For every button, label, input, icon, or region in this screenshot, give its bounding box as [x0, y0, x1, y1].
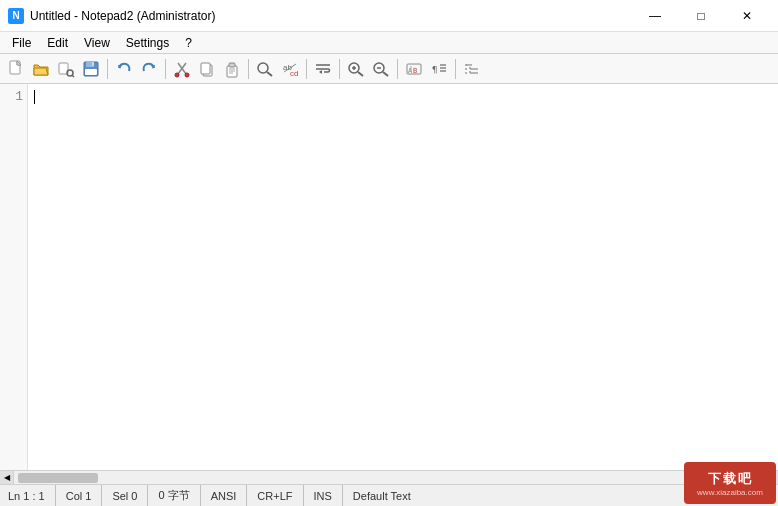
copy-icon	[198, 60, 216, 78]
svg-text:cd: cd	[290, 69, 298, 78]
encoding-button[interactable]: A B	[402, 57, 426, 81]
menu-settings[interactable]: Settings	[118, 34, 177, 52]
zoomout-button[interactable]	[369, 57, 393, 81]
separator-4	[306, 59, 307, 79]
svg-line-35	[383, 72, 388, 76]
line-number-1: 1	[6, 88, 23, 106]
horizontal-scrollbar[interactable]: ◀ ▶	[0, 470, 778, 484]
new-button[interactable]	[4, 57, 28, 81]
svg-point-14	[185, 73, 189, 77]
scrollbar-thumb[interactable]	[18, 473, 98, 483]
svg-rect-18	[229, 63, 235, 67]
save-icon	[82, 60, 100, 78]
maximize-button[interactable]: □	[678, 0, 724, 32]
svg-line-4	[72, 75, 74, 77]
status-ins: INS	[304, 485, 343, 506]
status-encoding: ANSI	[201, 485, 248, 506]
cut-icon	[173, 60, 191, 78]
watermark: 下载吧 www.xiazaiba.com	[684, 462, 776, 504]
separator-2	[165, 59, 166, 79]
paste-button[interactable]	[220, 57, 244, 81]
copy-button[interactable]	[195, 57, 219, 81]
editor-area[interactable]	[28, 84, 778, 470]
title-bar-controls: — □ ✕	[632, 0, 770, 32]
scrollbar-left-arrow[interactable]: ◀	[0, 471, 14, 485]
zoomout-icon	[372, 60, 390, 78]
svg-rect-16	[201, 63, 210, 74]
editor-container: 1	[0, 84, 778, 470]
title-text: Untitled - Notepad2 (Administrator)	[30, 9, 215, 23]
status-bytes: 0 字节	[148, 485, 200, 506]
menu-edit[interactable]: Edit	[39, 34, 76, 52]
zoomin-icon	[347, 60, 365, 78]
separator-7	[455, 59, 456, 79]
new-icon	[7, 60, 25, 78]
indent-button[interactable]	[460, 57, 484, 81]
menu-bar: File Edit View Settings ?	[0, 32, 778, 54]
svg-marker-29	[319, 70, 322, 74]
wordwrap-icon	[314, 60, 332, 78]
title-bar: N Untitled - Notepad2 (Administrator) — …	[0, 0, 778, 32]
encoding-icon: A B	[405, 60, 423, 78]
find-button[interactable]	[253, 57, 277, 81]
status-scheme: Default Text	[343, 485, 421, 506]
redo-icon	[140, 60, 158, 78]
undo-button[interactable]	[112, 57, 136, 81]
separator-6	[397, 59, 398, 79]
zoomin-button[interactable]	[344, 57, 368, 81]
separator-1	[107, 59, 108, 79]
status-sel: Sel 0	[102, 485, 148, 506]
replace-button[interactable]: ab cd	[278, 57, 302, 81]
menu-file[interactable]: File	[4, 34, 39, 52]
scrollbar-track[interactable]	[14, 471, 764, 485]
status-col: Col 1	[56, 485, 103, 506]
eol-icon: ¶	[430, 60, 448, 78]
open-icon	[32, 60, 50, 78]
replace-icon: ab cd	[281, 60, 299, 78]
line-numbers: 1	[0, 84, 28, 470]
open-button[interactable]	[29, 57, 53, 81]
paste-icon	[223, 60, 241, 78]
save-button[interactable]	[79, 57, 103, 81]
redo-button[interactable]	[137, 57, 161, 81]
svg-rect-7	[92, 62, 94, 66]
menu-help[interactable]: ?	[177, 34, 200, 52]
svg-text:B: B	[413, 67, 417, 75]
svg-rect-8	[85, 69, 97, 75]
minimize-button[interactable]: —	[632, 0, 678, 32]
findfile-icon	[57, 60, 75, 78]
svg-line-31	[358, 72, 363, 76]
watermark-text-top: 下载吧	[708, 470, 753, 488]
app-icon: N	[8, 8, 24, 24]
wordwrap-button[interactable]	[311, 57, 335, 81]
eol-button[interactable]: ¶	[427, 57, 451, 81]
svg-point-22	[258, 63, 268, 73]
svg-text:¶: ¶	[432, 65, 437, 75]
text-cursor	[34, 90, 35, 104]
separator-5	[339, 59, 340, 79]
indent-icon	[463, 60, 481, 78]
undo-icon	[115, 60, 133, 78]
status-bar: Ln 1 : 1 Col 1 Sel 0 0 字节 ANSI CR+LF INS…	[0, 484, 778, 506]
status-eol: CR+LF	[247, 485, 303, 506]
menu-view[interactable]: View	[76, 34, 118, 52]
status-line: Ln 1 : 1	[8, 485, 56, 506]
find-icon	[256, 60, 274, 78]
svg-point-13	[175, 73, 179, 77]
svg-line-23	[267, 72, 272, 76]
toolbar: ab cd	[0, 54, 778, 84]
separator-3	[248, 59, 249, 79]
close-button[interactable]: ✕	[724, 0, 770, 32]
cut-button[interactable]	[170, 57, 194, 81]
watermark-text-bottom: www.xiazaiba.com	[697, 488, 763, 497]
title-bar-left: N Untitled - Notepad2 (Administrator)	[8, 8, 215, 24]
find-file-button[interactable]	[54, 57, 78, 81]
